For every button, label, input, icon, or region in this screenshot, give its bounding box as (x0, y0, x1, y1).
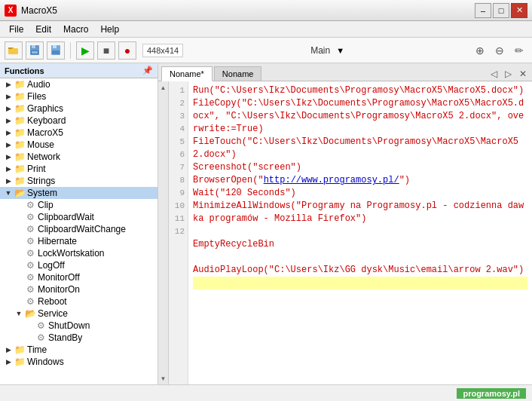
tree-item-graphics[interactable]: ▶ 📁 Graphics (0, 103, 157, 115)
label-lockworkstation: LockWortskation (38, 248, 104, 259)
tree-item-monitoron[interactable]: ▶ ⚙ MonitorOn (0, 283, 157, 295)
label-clipboardwait: ClipboardWait (38, 212, 94, 222)
editor-area: Noname* Noname ◁ ▷ ✕ ▲ ▼ 1 2 3 4 5 6 (158, 63, 532, 384)
folder-icon-windows: 📁 (14, 357, 26, 367)
open-button[interactable] (5, 41, 23, 60)
tree-item-macrox5[interactable]: ▶ 📁 MacroX5 (0, 127, 157, 139)
tree-item-clipboardwaitchange[interactable]: ▶ ⚙ ClipboardWaitChange (0, 223, 157, 235)
maximize-button[interactable]: □ (493, 3, 509, 18)
play-button[interactable]: ▶ (76, 41, 94, 60)
svg-rect-2 (8, 47, 12, 49)
stop-button[interactable]: ■ (97, 41, 115, 60)
record-button[interactable]: ● (118, 41, 136, 60)
code-line-6: Wait("120 Seconds") (193, 187, 527, 200)
toggle-keyboard[interactable]: ▶ (3, 115, 14, 126)
code-content[interactable]: Run("C:\Users\Ikz\Documents\Programosy\M… (188, 81, 532, 384)
tree-item-audio[interactable]: ▶ 📁 Audio (0, 78, 157, 90)
tree-item-time[interactable]: ▶ 📁 Time (0, 344, 157, 356)
window-title: MacroX5 (21, 5, 473, 16)
add-button[interactable]: ⊕ (472, 42, 488, 59)
tree-item-monitoroff[interactable]: ▶ ⚙ MonitorOff (0, 271, 157, 283)
folder-icon-macrox5: 📁 (14, 127, 26, 138)
toggle-mouse[interactable]: ▶ (3, 139, 14, 150)
main-dropdown[interactable]: ▼ (336, 46, 344, 55)
functions-header: Functions 📌 (0, 63, 157, 78)
gear-icon-hibernate: ⚙ (24, 236, 36, 246)
tree-item-reboot[interactable]: ▶ ⚙ Reboot (0, 295, 157, 308)
label-files: Files (27, 91, 46, 102)
folder-icon-service: 📂 (24, 308, 36, 319)
gear-icon-logoff: ⚙ (24, 260, 36, 271)
saveas-button[interactable] (47, 41, 65, 60)
tab-noname[interactable]: Noname (214, 66, 262, 81)
toggle-files[interactable]: ▶ (3, 91, 14, 102)
menu-edit[interactable]: Edit (29, 23, 57, 36)
tabs-navigation: ◁ ▷ ✕ (488, 69, 529, 81)
functions-tree: ▶ 📁 Audio ▶ 📁 Files ▶ 📁 Graphics ▶ 📁 Key… (0, 78, 157, 384)
app-logo: X (5, 5, 17, 17)
toggle-network[interactable]: ▶ (3, 152, 14, 162)
folder-icon-system: 📂 (14, 188, 26, 198)
tree-item-lockworkstation[interactable]: ▶ ⚙ LockWortskation (0, 247, 157, 259)
toggle-graphics[interactable]: ▶ (3, 103, 14, 114)
label-standby: StandBy (48, 332, 82, 343)
tabs-bar: Noname* Noname ◁ ▷ ✕ (158, 63, 532, 81)
edit-macro-button[interactable]: ✏ (511, 42, 527, 59)
tree-item-clip[interactable]: ▶ ⚙ Clip (0, 199, 157, 211)
tree-item-network[interactable]: ▶ 📁 Network (0, 151, 157, 163)
tree-item-clipboardwait[interactable]: ▶ ⚙ ClipboardWait (0, 211, 157, 223)
tree-item-logoff[interactable]: ▶ ⚙ LogOff (0, 259, 157, 271)
toggle-print[interactable]: ▶ (3, 164, 14, 174)
gutter-arrow-up[interactable]: ▲ (159, 83, 168, 92)
tree-item-system[interactable]: ▼ 📂 System (0, 187, 157, 199)
label-keyboard: Keyboard (27, 115, 66, 126)
code-line-11: AudioPlayLoop("C:\Users\Ikz\GG dysk\Musi… (193, 264, 527, 277)
toggle-audio[interactable]: ▶ (3, 79, 14, 90)
remove-button[interactable]: ⊖ (491, 42, 508, 59)
toggle-system[interactable]: ▼ (3, 188, 14, 198)
gear-icon-standby: ⚙ (35, 332, 47, 343)
tree-item-windows[interactable]: ▶ 📁 Windows (0, 356, 157, 368)
minimize-button[interactable]: – (475, 3, 491, 18)
label-system: System (27, 188, 57, 198)
label-clip: Clip (38, 200, 54, 210)
line-numbers: 1 2 3 4 5 6 7 8 9 10 11 12 (169, 81, 188, 384)
toggle-time[interactable]: ▶ (3, 344, 14, 355)
tree-item-print[interactable]: ▶ 📁 Print (0, 163, 157, 175)
tree-item-standby[interactable]: ▶ ⚙ StandBy (0, 332, 157, 344)
close-button[interactable]: ✕ (511, 3, 527, 18)
menu-help[interactable]: Help (94, 23, 125, 36)
toggle-windows[interactable]: ▶ (3, 357, 14, 367)
toolbar-separator-1 (70, 42, 71, 59)
functions-title: Functions (5, 66, 44, 75)
menu-file[interactable]: File (3, 23, 29, 36)
toolbar: ▶ ■ ● 448x414 Main ▼ ⊕ ⊖ ✏ (0, 38, 532, 63)
tree-item-mouse[interactable]: ▶ 📁 Mouse (0, 139, 157, 151)
tab-noname-modified[interactable]: Noname* (161, 66, 212, 81)
folder-icon-mouse: 📁 (14, 139, 26, 150)
tree-item-shutdown[interactable]: ▶ ⚙ ShutDown (0, 320, 157, 332)
tree-item-service[interactable]: ▼ 📂 Service (0, 308, 157, 320)
pin-icon[interactable]: 📌 (142, 66, 153, 75)
menu-macro[interactable]: Macro (57, 23, 94, 36)
main-label: Main (310, 45, 330, 56)
tree-item-hibernate[interactable]: ▶ ⚙ Hibernate (0, 235, 157, 247)
tab-prev-button[interactable]: ◁ (488, 69, 500, 79)
tabs-list: Noname* Noname (161, 66, 263, 81)
code-line-10 (193, 251, 527, 264)
tab-close-button[interactable]: ✕ (517, 69, 529, 79)
code-line-8 (193, 225, 527, 238)
toggle-strings[interactable]: ▶ (3, 176, 14, 186)
gutter-arrow-down[interactable]: ▼ (159, 374, 168, 383)
tree-item-files[interactable]: ▶ 📁 Files (0, 90, 157, 103)
svg-rect-4 (32, 45, 35, 48)
url-link[interactable]: http://www.programosy.pl/ (264, 175, 399, 185)
toggle-macrox5[interactable]: ▶ (3, 127, 14, 138)
tree-item-strings[interactable]: ▶ 📁 Strings (0, 175, 157, 187)
gear-icon-reboot: ⚙ (24, 296, 36, 307)
toggle-service[interactable]: ▼ (14, 308, 24, 319)
tree-item-keyboard[interactable]: ▶ 📁 Keyboard (0, 115, 157, 127)
folder-icon-files: 📁 (14, 91, 26, 102)
save-button[interactable] (26, 41, 44, 60)
tab-next-button[interactable]: ▷ (503, 69, 514, 79)
